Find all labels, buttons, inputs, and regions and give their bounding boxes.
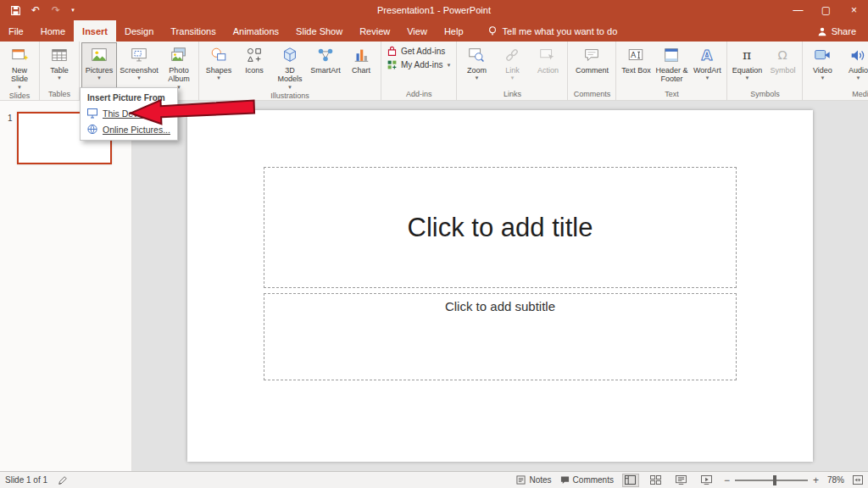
text-box-button[interactable]: A Text Box [618, 42, 654, 90]
close-button[interactable]: × [840, 0, 868, 20]
link-label: Link [505, 66, 520, 75]
tab-transitions[interactable]: Transitions [162, 20, 224, 42]
pen-icon[interactable] [58, 475, 68, 485]
tab-review[interactable]: Review [351, 20, 398, 42]
screenshot-label: Screenshot [120, 66, 159, 75]
undo-button[interactable]: ↶ [27, 1, 44, 19]
group-label-symbols: Symbols [729, 90, 800, 100]
table-button[interactable]: Table ▼ [42, 42, 77, 90]
share-button[interactable]: Share [805, 20, 868, 42]
video-button[interactable]: Video ▼ [804, 42, 840, 90]
group-label-slides: Slides [2, 92, 37, 101]
group-label-comments: Comments [570, 90, 614, 100]
chevron-down-icon: ▼ [704, 75, 709, 81]
zoom-out-button[interactable]: − [724, 474, 730, 486]
zoom-in-button[interactable]: + [813, 474, 819, 486]
new-slide-icon [10, 45, 29, 65]
chart-icon [352, 45, 370, 65]
pictures-button[interactable]: Pictures ▼ [81, 42, 117, 92]
ribbon-group-text: A Text Box Header & Footer A WordArt ▼ T… [616, 42, 727, 100]
symbol-button: Ω Symbol [765, 42, 800, 90]
subtitle-placeholder-text: Click to add subtitle [445, 299, 555, 380]
my-add-ins-label: My Add-ins [401, 60, 442, 69]
ribbon-group-add-ins: Get Add-ins My Add-ins ▼ Add-ins [381, 42, 457, 100]
wordart-button[interactable]: A WordArt ▼ [689, 42, 725, 90]
table-label: Table [50, 66, 69, 75]
maximize-button[interactable]: ▢ [812, 0, 840, 20]
tab-help[interactable]: Help [436, 20, 472, 42]
zoom-button[interactable]: Zoom ▼ [459, 42, 494, 90]
zoom-icon [467, 45, 486, 65]
comments-label: Comments [573, 475, 614, 485]
zoom-level[interactable]: 78% [827, 475, 844, 485]
group-label-media: Media [804, 90, 868, 100]
chevron-down-icon: ▼ [97, 75, 102, 81]
comments-toggle[interactable]: Comments [560, 475, 614, 485]
tab-insert[interactable]: Insert [74, 20, 116, 42]
text-box-label: Text Box [621, 66, 651, 75]
new-slide-label: New Slide [3, 66, 36, 84]
redo-button[interactable]: ↷ [47, 1, 64, 19]
smartart-label: SmartArt [310, 66, 341, 75]
zoom-slider-thumb[interactable] [773, 475, 776, 485]
chart-label: Chart [352, 66, 370, 75]
quick-access-toolbar: ↶ ↷ ▾ [0, 1, 85, 19]
audio-button[interactable]: Audio ▼ [840, 42, 868, 90]
save-button[interactable] [7, 1, 24, 19]
tab-file[interactable]: File [0, 20, 32, 42]
my-add-ins-icon [387, 59, 398, 70]
table-icon [50, 45, 69, 65]
header-footer-button[interactable]: Header & Footer [654, 42, 689, 90]
reading-view-button[interactable] [673, 474, 690, 487]
tab-animations[interactable]: Animations [225, 20, 287, 42]
tab-view[interactable]: View [398, 20, 436, 42]
normal-view-icon [625, 475, 636, 485]
smartart-button[interactable]: SmartArt [308, 42, 343, 92]
tab-slide-show[interactable]: Slide Show [287, 20, 351, 42]
ribbon-group-tables: Table ▼ Tables [40, 42, 80, 100]
header-footer-label: Header & Footer [654, 66, 688, 84]
photo-album-button[interactable]: Photo Album ▼ [161, 42, 197, 92]
fit-slide-to-window-button[interactable] [853, 475, 863, 485]
quick-access-dropdown-icon[interactable]: ▾ [68, 1, 78, 19]
minimize-button[interactable]: — [784, 0, 812, 20]
screenshot-button[interactable]: Screenshot ▼ [117, 42, 161, 92]
normal-view-button[interactable] [622, 474, 639, 487]
notes-toggle[interactable]: Notes [516, 475, 551, 485]
photo-album-icon [170, 45, 188, 65]
zoom-slider-track[interactable] [735, 480, 808, 481]
svg-text:Ω: Ω [778, 47, 787, 62]
svg-text:π: π [743, 47, 751, 63]
chevron-down-icon: ▼ [509, 75, 515, 81]
icons-button[interactable]: Icons [236, 42, 272, 92]
equation-button[interactable]: π Equation ▼ [729, 42, 765, 90]
get-add-ins-button[interactable]: Get Add-ins [387, 46, 451, 57]
tell-me-box[interactable]: Tell me what you want to do [477, 20, 628, 42]
chevron-down-icon: ▼ [820, 75, 825, 81]
comment-button[interactable]: Comment [570, 42, 614, 90]
slide-show-view-button[interactable] [698, 474, 715, 487]
slide-canvas: Click to add title Click to add subtitle [132, 101, 868, 471]
chevron-down-icon: ▼ [216, 75, 221, 81]
3d-models-button[interactable]: 3D Models ▼ [272, 42, 308, 92]
chart-button[interactable]: Chart [343, 42, 379, 92]
tab-design[interactable]: Design [116, 20, 162, 42]
ribbon-group-illustrations: Shapes ▼ Icons 3D Models ▼ SmartArt [199, 42, 381, 100]
new-slide-button[interactable]: New Slide ▼ [2, 42, 37, 92]
workspace: 1 Click to add title Click to add subtit… [0, 101, 868, 471]
equation-label: Equation [732, 66, 763, 75]
tab-home[interactable]: Home [32, 20, 74, 42]
title-placeholder-text: Click to add title [408, 213, 593, 243]
slide-sorter-view-button[interactable] [648, 474, 665, 487]
slide-indicator[interactable]: Slide 1 of 1 [5, 475, 47, 485]
title-placeholder[interactable]: Click to add title [264, 167, 737, 288]
tell-me-label: Tell me what you want to do [503, 26, 618, 36]
my-add-ins-button[interactable]: My Add-ins ▼ [387, 59, 451, 70]
group-label-tables: Tables [42, 90, 77, 100]
shapes-button[interactable]: Shapes ▼ [201, 42, 236, 92]
slide-editor: Click to add title Click to add subtitle [187, 110, 813, 462]
title-bar: ↶ ↷ ▾ Presentation1 - PowerPoint — ▢ × [0, 0, 868, 20]
ribbon-group-media: Video ▼ Audio ▼ Screen Recording Media [803, 42, 868, 100]
subtitle-placeholder[interactable]: Click to add subtitle [264, 293, 737, 380]
group-label-add-ins: Add-ins [383, 90, 454, 100]
